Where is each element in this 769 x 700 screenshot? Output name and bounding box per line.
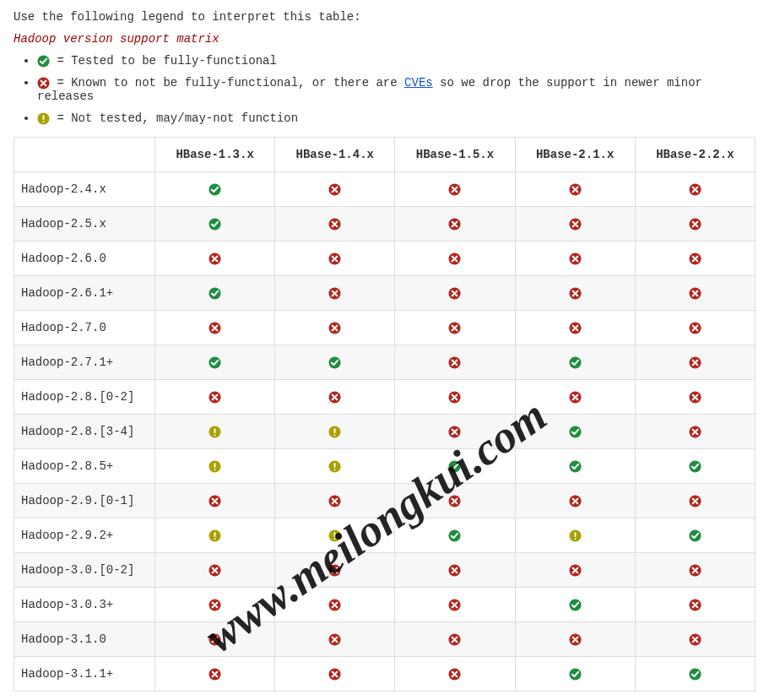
column-header: HBase-2.2.x xyxy=(635,138,755,172)
x-circle-icon xyxy=(328,218,341,231)
legend-text: = Tested to be fully-functional xyxy=(57,54,276,68)
x-circle-icon xyxy=(328,183,341,196)
table-row: Hadoop-2.6.0 xyxy=(14,241,755,276)
legend-item-bad: = Known to not be fully-functional, or t… xyxy=(37,76,755,103)
x-circle-icon xyxy=(569,287,582,300)
svg-rect-53 xyxy=(334,463,336,468)
x-circle-icon xyxy=(448,564,461,577)
status-cell xyxy=(275,172,395,207)
status-cell xyxy=(395,276,515,311)
status-cell xyxy=(635,241,755,276)
x-circle-icon xyxy=(569,322,582,334)
table-row: Hadoop-2.9.[0-1] xyxy=(14,484,755,518)
table-row: Hadoop-2.6.1+ xyxy=(14,276,755,311)
x-circle-icon xyxy=(689,322,701,334)
legend-item-warn: = Not tested, may/may-not function xyxy=(37,111,755,125)
x-circle-icon xyxy=(448,495,461,507)
x-circle-icon xyxy=(328,564,341,577)
status-cell xyxy=(515,588,635,622)
status-cell xyxy=(395,207,515,241)
check-circle-icon xyxy=(569,356,582,369)
status-cell xyxy=(515,518,635,553)
status-cell xyxy=(395,518,515,553)
cves-link[interactable]: CVEs xyxy=(404,76,433,90)
svg-rect-41 xyxy=(214,428,216,433)
x-circle-icon xyxy=(689,391,701,404)
exclamation-circle-icon xyxy=(208,529,221,542)
x-circle-icon xyxy=(448,356,461,369)
table-row: Hadoop-2.7.0 xyxy=(14,311,755,345)
x-circle-icon xyxy=(448,599,461,611)
check-circle-icon xyxy=(689,460,701,473)
x-circle-icon xyxy=(689,564,701,577)
x-circle-icon xyxy=(328,391,341,404)
status-cell xyxy=(395,588,515,622)
status-cell xyxy=(395,172,515,207)
table-row: Hadoop-2.8.5+ xyxy=(14,449,755,484)
svg-rect-44 xyxy=(334,428,336,433)
x-circle-icon xyxy=(208,252,221,265)
check-circle-icon xyxy=(208,183,221,196)
x-circle-icon xyxy=(448,322,461,334)
x-circle-icon xyxy=(689,633,701,646)
status-cell xyxy=(275,484,395,518)
table-row: Hadoop-2.8.[0-2] xyxy=(14,380,755,415)
exclamation-circle-icon xyxy=(328,426,341,438)
table-row: Hadoop-3.0.[0-2] xyxy=(14,553,755,588)
x-circle-icon xyxy=(689,218,701,231)
status-cell xyxy=(515,241,635,276)
exclamation-circle-icon xyxy=(208,460,221,473)
row-label: Hadoop-3.1.1+ xyxy=(14,657,155,692)
status-cell xyxy=(635,657,755,692)
x-circle-icon xyxy=(37,77,50,90)
status-cell xyxy=(275,622,395,657)
status-cell xyxy=(275,657,395,692)
status-cell xyxy=(395,311,515,345)
status-cell xyxy=(275,415,395,449)
x-circle-icon xyxy=(689,356,701,369)
status-cell xyxy=(395,415,515,449)
check-circle-icon xyxy=(689,668,701,681)
exclamation-circle-icon xyxy=(569,529,582,542)
x-circle-icon xyxy=(328,252,341,265)
status-cell xyxy=(515,380,635,415)
row-label: Hadoop-2.8.5+ xyxy=(14,449,155,484)
svg-rect-50 xyxy=(214,463,216,468)
exclamation-circle-icon xyxy=(328,460,341,473)
x-circle-icon xyxy=(689,495,701,507)
row-label: Hadoop-2.9.2+ xyxy=(14,518,155,553)
x-circle-icon xyxy=(208,495,221,507)
row-label: Hadoop-2.7.1+ xyxy=(14,345,155,380)
column-header: HBase-1.4.x xyxy=(275,138,395,172)
status-cell xyxy=(395,241,515,276)
status-cell xyxy=(515,345,635,380)
check-circle-icon xyxy=(569,599,582,611)
status-cell xyxy=(155,172,275,207)
table-row: Hadoop-2.7.1+ xyxy=(14,345,755,380)
exclamation-circle-icon xyxy=(208,426,221,438)
table-corner xyxy=(14,138,155,172)
status-cell xyxy=(155,311,275,345)
legend-intro: Use the following legend to interpret th… xyxy=(14,10,755,24)
legend-text: = Known to not be fully-functional, or t… xyxy=(57,76,404,90)
status-cell xyxy=(635,345,755,380)
column-header: HBase-1.5.x xyxy=(395,138,515,172)
status-cell xyxy=(155,518,275,553)
check-circle-icon xyxy=(569,426,582,438)
x-circle-icon xyxy=(448,287,461,300)
status-cell xyxy=(635,449,755,484)
status-cell xyxy=(275,449,395,484)
x-circle-icon xyxy=(328,495,341,507)
status-cell xyxy=(275,207,395,241)
x-circle-icon xyxy=(208,599,221,611)
row-label: Hadoop-3.0.3+ xyxy=(14,588,155,622)
row-label: Hadoop-2.9.[0-1] xyxy=(14,484,155,518)
status-cell xyxy=(395,622,515,657)
svg-rect-54 xyxy=(334,469,336,470)
check-circle-icon xyxy=(208,218,221,231)
x-circle-icon xyxy=(328,633,341,646)
row-label: Hadoop-2.8.[0-2] xyxy=(14,380,155,415)
x-circle-icon xyxy=(448,183,461,196)
status-cell xyxy=(155,484,275,518)
status-cell xyxy=(515,207,635,241)
